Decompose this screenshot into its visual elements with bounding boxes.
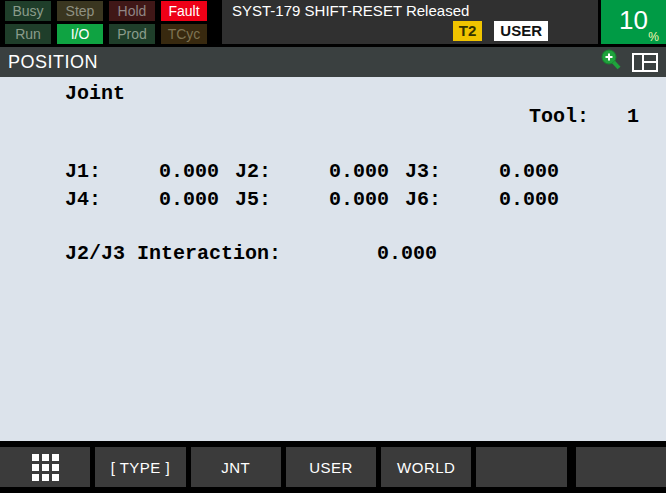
page-title: POSITION [8, 52, 599, 73]
joint-j1-value: 0.000 [107, 160, 219, 183]
status-led-grid: Busy Step Hold Fault Run I/O Prod TCyc [0, 0, 222, 44]
joint-j3-label: J3: [405, 160, 447, 183]
status-led-io: I/O [57, 24, 103, 44]
softkey-type-button[interactable]: [ TYPE ] [95, 447, 185, 487]
interaction-value: 0.000 [377, 242, 437, 265]
joint-j5-value: 0.000 [277, 188, 389, 211]
softkey-world-button[interactable]: WORLD [381, 447, 471, 487]
tool-label: Tool: [529, 105, 589, 128]
menu-grid-icon [32, 454, 59, 481]
status-led-run: Run [5, 24, 51, 44]
status-led-busy: Busy [5, 1, 51, 21]
status-led-hold: Hold [109, 1, 155, 21]
softkey-bar: [ TYPE ] JNT USER WORLD [0, 441, 666, 493]
softkey-empty-6[interactable] [476, 447, 566, 487]
teach-pendant-screen: Busy Step Hold Fault Run I/O Prod TCyc S… [0, 0, 666, 493]
joint-j1-label: J1: [65, 160, 107, 183]
joint-row-2: J4: 0.000 J5: 0.000 J6: 0.000 [65, 188, 559, 211]
override-speed-box: 10 % [601, 0, 666, 44]
status-led-tcyc: TCyc [161, 24, 207, 44]
user-badge: USER [494, 21, 548, 41]
tool-value: 1 [627, 105, 639, 128]
split-screen-icon[interactable] [632, 53, 658, 72]
joint-j6-value: 0.000 [447, 188, 559, 211]
softkey-jnt-button[interactable]: JNT [191, 447, 281, 487]
status-header: Busy Step Hold Fault Run I/O Prod TCyc S… [0, 0, 666, 47]
joint-j3-value: 0.000 [447, 160, 559, 183]
joint-j4-label: J4: [65, 188, 107, 211]
title-bar: POSITION [0, 47, 666, 77]
override-speed-unit: % [648, 30, 659, 44]
joint-row-1: J1: 0.000 J2: 0.000 J3: 0.000 [65, 160, 559, 183]
coordinate-group-label: Joint [65, 82, 125, 105]
softkey-empty-7[interactable] [576, 447, 666, 487]
tool-frame: Tool:1 [457, 82, 639, 151]
joint-j2-value: 0.000 [277, 160, 389, 183]
interaction-label: J2/J3 Interaction: [65, 242, 281, 265]
status-led-step: Step [57, 1, 103, 21]
zoom-in-icon[interactable] [599, 48, 623, 76]
alarm-message: SYST-179 SHIFT-RESET Released [232, 2, 469, 19]
mode-badge-t2: T2 [453, 21, 483, 41]
title-bar-icons [599, 48, 658, 76]
interaction-row: J2/J3 Interaction: 0.000 [65, 242, 437, 265]
status-led-fault: Fault [161, 1, 207, 21]
mode-badges: T2 USER [453, 21, 548, 41]
softkey-user-button[interactable]: USER [286, 447, 376, 487]
joint-j5-label: J5: [235, 188, 277, 211]
position-content: Joint Tool:1 J1: 0.000 J2: 0.000 J3: 0.0… [0, 77, 666, 441]
alarm-message-area: SYST-179 SHIFT-RESET Released T2 USER [222, 0, 598, 44]
joint-j6-label: J6: [405, 188, 447, 211]
joint-j2-label: J2: [235, 160, 277, 183]
joint-j4-value: 0.000 [107, 188, 219, 211]
status-led-prod: Prod [109, 24, 155, 44]
softkey-menu-button[interactable] [0, 447, 90, 487]
